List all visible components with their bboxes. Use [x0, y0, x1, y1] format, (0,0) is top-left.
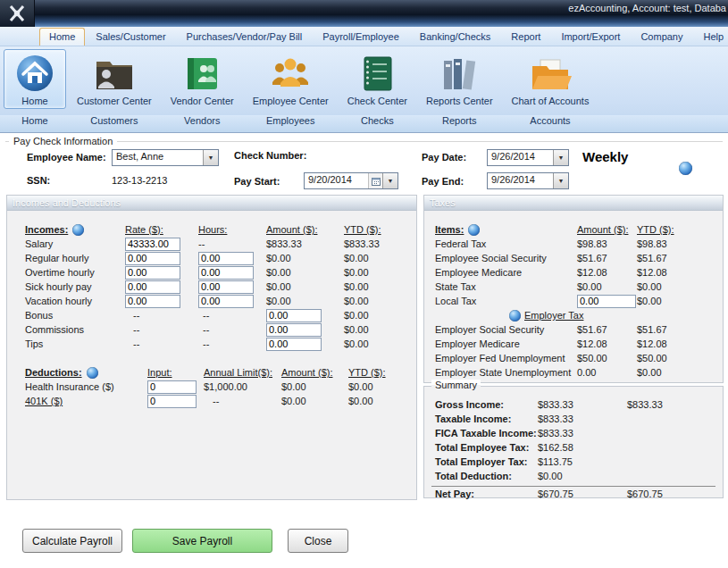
total-deduction-value: $0.00 [538, 471, 627, 481]
toolbar-home-button[interactable]: Home [4, 49, 66, 109]
regular-hourly-rate-input[interactable] [125, 252, 180, 265]
tax-row-employee-medicare: Employee Medicare $12.08 $12.08 [424, 265, 723, 280]
tax-label: Local Tax [435, 296, 577, 306]
tax-row-employer-fed-unemployment: Employer Fed Unemployment $50.00 $50.00 [424, 351, 723, 365]
tab-banking-checks[interactable]: Banking/Checks [410, 28, 501, 46]
employee-name-label: Employee Name: [27, 152, 106, 163]
vendor-center-icon [179, 52, 225, 95]
toolbar-chart-of-accounts-label: Chart of Accounts [512, 96, 590, 106]
deductions-section-header: Deductions: [25, 367, 82, 378]
chevron-down-icon[interactable]: ▼ [553, 150, 568, 165]
employer-fed-unemp-ytd: $50.00 [637, 353, 723, 363]
bonus-rate: -- [125, 310, 198, 321]
overtime-hourly-rate-input[interactable] [125, 266, 180, 280]
summary-row-taxable-income: Taxable Income: $833.33 [424, 412, 723, 426]
tab-payroll-employee[interactable]: Payroll/Employee [313, 28, 409, 46]
income-label: Bonus [25, 310, 125, 321]
employee-name-select[interactable]: Best, Anne ▼ [112, 149, 219, 166]
nav-vendors-label[interactable]: Vendors [184, 115, 220, 126]
toolbar-reports-center-button[interactable]: Reports Center [418, 49, 501, 109]
taxes-items-help-icon[interactable] [468, 224, 480, 236]
save-payroll-button[interactable]: Save Payroll [132, 529, 272, 553]
home-icon [12, 52, 58, 95]
vacation-hourly-rate-input[interactable] [125, 295, 180, 308]
nav-reports-label[interactable]: Reports [442, 115, 477, 126]
salary-rate-input[interactable] [125, 238, 180, 251]
sick-hourly-amount: $0.00 [266, 281, 344, 292]
vacation-hourly-hours-input[interactable] [198, 295, 254, 308]
pay-date-select[interactable]: 9/26/2014 ▼ [487, 149, 569, 166]
summary-label: Total Employer Tax: [435, 456, 538, 467]
toolbar-employee-center-label: Employee Center [253, 96, 329, 106]
regular-hourly-hours-input[interactable] [198, 252, 254, 265]
paycheck-help-icon[interactable] [679, 162, 692, 175]
401k-input[interactable] [147, 395, 197, 408]
pay-end-select[interactable]: 9/26/2014 ▼ [487, 172, 569, 189]
bonus-amount-input[interactable] [266, 309, 322, 322]
chevron-down-icon[interactable]: ▼ [382, 173, 397, 188]
taxes-panel-header: Taxes [424, 196, 723, 211]
chevron-down-icon[interactable]: ▼ [553, 173, 568, 188]
ssn-label: SSN: [27, 175, 50, 186]
employer-ss-amount: $51.67 [577, 324, 637, 335]
tax-row-state: State Tax $0.00 $0.00 [424, 280, 723, 294]
toolbar-vendor-center-button[interactable]: Vendor Center [163, 49, 242, 109]
chevron-down-icon[interactable]: ▼ [203, 150, 218, 165]
summary-panel: Summary Gross Income: $833.33 $833.33 Ta… [423, 386, 724, 498]
toolbar-chart-of-accounts-button[interactable]: Chart of Accounts [504, 49, 598, 109]
tab-company[interactable]: Company [631, 28, 692, 46]
federal-tax-ytd: $98.83 [637, 238, 723, 249]
tab-import-export[interactable]: Import/Export [551, 28, 630, 46]
tab-purchases-vendor-pay-bill[interactable]: Purchases/Vendor/Pay Bill [177, 28, 313, 46]
employer-tax-header: Employer Tax [424, 308, 723, 322]
toolbar-customer-center-label: Customer Center [77, 96, 152, 106]
tab-home[interactable]: Home [39, 28, 85, 46]
summary-label: FICA Taxable Income: [435, 428, 538, 439]
health-insurance-amount: $0.00 [281, 381, 348, 392]
employer-state-unemp-ytd: $0.00 [637, 367, 723, 378]
commissions-amount-input[interactable] [266, 323, 322, 337]
toolbar-customer-center-button[interactable]: Customer Center [69, 49, 160, 109]
nav-home-label[interactable]: Home [21, 115, 47, 126]
calculate-payroll-button[interactable]: Calculate Payroll [22, 529, 122, 553]
employer-ss-ytd: $51.67 [637, 324, 723, 335]
income-row-overtime-hourly: Overtime hourly $0.00 $0.00 [7, 265, 416, 280]
health-insurance-input[interactable] [147, 380, 197, 394]
sick-hourly-rate-input[interactable] [125, 280, 180, 294]
deductions-help-icon[interactable] [87, 367, 98, 379]
tab-sales-customer[interactable]: Sales/Customer [86, 28, 175, 46]
pay-end-label: Pay End: [422, 176, 464, 187]
nav-customers-label[interactable]: Customers [90, 115, 138, 126]
deductions-header-row: Deductions: Input: Annual Limit($): Amou… [7, 365, 416, 380]
taxable-income-value: $833.33 [538, 413, 627, 424]
tips-hours: -- [198, 338, 266, 349]
ssn-value: 123-13-2213 [112, 175, 167, 186]
sick-hourly-hours-input[interactable] [198, 280, 254, 294]
sick-hourly-ytd: $0.00 [344, 281, 416, 292]
local-tax-input[interactable] [577, 295, 636, 308]
deduction-label: 401K ($) [25, 396, 147, 406]
nav-accounts-label[interactable]: Accounts [530, 115, 570, 126]
toolbar-reports-center-label: Reports Center [426, 96, 493, 106]
employer-state-unemp-amount: 0.00 [577, 367, 637, 378]
tips-amount-input[interactable] [266, 338, 322, 351]
check-number-input[interactable] [317, 148, 397, 164]
overtime-hourly-hours-input[interactable] [198, 266, 254, 280]
employee-medicare-amount: $12.08 [577, 267, 637, 278]
tab-help[interactable]: Help [693, 28, 728, 46]
overtime-hourly-amount: $0.00 [266, 267, 344, 278]
employer-tax-help-icon[interactable] [509, 310, 521, 322]
nav-employees-label[interactable]: Employees [266, 115, 314, 126]
nav-checks-label[interactable]: Checks [361, 115, 394, 126]
overtime-hourly-ytd: $0.00 [344, 267, 416, 278]
employee-name-value: Best, Anne [113, 150, 203, 165]
summary-row-net-pay: Net Pay: $670.75 $670.75 [424, 487, 723, 501]
app-logo-icon[interactable] [0, 0, 35, 27]
toolbar-home-label: Home [21, 96, 47, 106]
toolbar-check-center-button[interactable]: Check Center [339, 49, 415, 109]
toolbar-employee-center-button[interactable]: Employee Center [245, 49, 337, 109]
incomes-help-icon[interactable] [72, 224, 84, 236]
close-button[interactable]: Close [288, 529, 348, 553]
tab-report[interactable]: Report [501, 28, 550, 46]
pay-start-datepicker[interactable]: 9/20/2014 ▼ [304, 172, 398, 189]
